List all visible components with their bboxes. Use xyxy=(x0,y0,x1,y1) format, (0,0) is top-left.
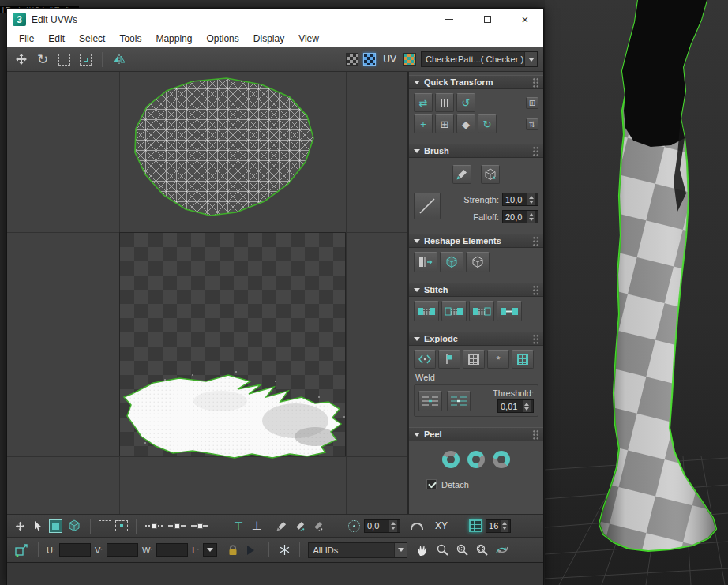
menu-select[interactable]: Select xyxy=(72,32,112,46)
show-map-active-icon[interactable] xyxy=(363,53,376,66)
align-element-button[interactable]: ⊞ xyxy=(435,114,454,133)
arc-mode-icon[interactable] xyxy=(411,523,423,530)
align-pivot-button[interactable]: + xyxy=(414,114,433,133)
move-tool-icon[interactable] xyxy=(13,51,30,68)
soft-brush-icon[interactable] xyxy=(274,517,288,534)
uv-island-wireframe[interactable] xyxy=(110,73,323,225)
flatten-angle-button[interactable] xyxy=(414,350,436,369)
explode-star-button[interactable]: * xyxy=(487,350,509,369)
titlebar[interactable]: 3 Edit UVWs × xyxy=(7,9,543,30)
freeze-icon[interactable] xyxy=(277,542,291,559)
show-grid-icon[interactable] xyxy=(346,53,358,66)
uv-space-label[interactable]: UV xyxy=(381,54,399,65)
peel-mode-button[interactable] xyxy=(467,451,485,468)
detach-checkbox[interactable] xyxy=(426,479,437,489)
move-subobject-icon[interactable] xyxy=(13,517,27,534)
spinner[interactable] xyxy=(501,520,508,532)
element-mode-icon[interactable] xyxy=(66,517,82,534)
quick-peel-button[interactable] xyxy=(442,451,460,468)
rotate-angle-field[interactable]: 0,0 xyxy=(364,519,400,533)
pelt-map-button[interactable] xyxy=(493,451,510,468)
lock-aspect-toggle[interactable] xyxy=(203,543,217,557)
zoom-icon[interactable] xyxy=(434,542,450,559)
relax-until-flat-button[interactable] xyxy=(440,252,463,272)
peel-header[interactable]: Peel xyxy=(409,427,543,441)
panel-grip-icon[interactable] xyxy=(532,146,539,156)
filter-faces-icon[interactable] xyxy=(244,542,257,559)
spinner[interactable] xyxy=(527,193,535,205)
relax-brush-button[interactable] xyxy=(481,165,500,184)
rotate-dial-icon[interactable] xyxy=(348,520,360,532)
weld-all-button[interactable] xyxy=(447,391,471,411)
close-button[interactable]: × xyxy=(519,13,531,26)
menu-options[interactable]: Options xyxy=(199,32,246,46)
panel-grip-icon[interactable] xyxy=(532,236,539,246)
axis-label[interactable]: XY xyxy=(435,521,448,531)
brush-header[interactable]: Brush xyxy=(409,144,543,158)
maximize-button[interactable] xyxy=(481,13,493,26)
strength-field[interactable]: 10,0 xyxy=(502,193,538,206)
absolute-mode-icon[interactable] xyxy=(13,542,30,559)
rotate-ccw-button[interactable]: ↺ xyxy=(456,93,475,112)
stitch-source-button[interactable] xyxy=(441,301,467,321)
paint-move-brush-button[interactable] xyxy=(452,165,471,184)
explode-header[interactable]: Explode xyxy=(409,332,543,346)
align-horizontal-button[interactable]: ⇄ xyxy=(414,93,433,112)
zoom-extents-icon[interactable] xyxy=(474,542,490,559)
grid-size-field[interactable]: 16 xyxy=(486,519,511,533)
spinner[interactable] xyxy=(523,400,531,412)
flatten-polygons-button[interactable] xyxy=(512,350,534,369)
brush-options-icon[interactable] xyxy=(310,517,325,534)
menu-edit[interactable]: Edit xyxy=(41,32,72,46)
threshold-field[interactable]: 0,01 xyxy=(497,399,534,413)
pan-zoom-arrows-icon[interactable] xyxy=(493,542,511,559)
quick-transform-header[interactable]: Quick Transform xyxy=(409,75,543,89)
texture-list-dropdown[interactable]: CheckerPatt...( Checker ) xyxy=(421,51,538,67)
panel-grip-icon[interactable] xyxy=(532,285,539,295)
reshape-header[interactable]: Reshape Elements xyxy=(409,234,543,248)
snap-center-icon[interactable]: ⊤ xyxy=(231,517,246,534)
lock-selection-icon[interactable] xyxy=(226,542,240,559)
uv-island-texture[interactable] xyxy=(118,342,355,460)
edge-distortion-area-icon[interactable] xyxy=(190,519,209,532)
falloff-field[interactable]: 20,0 xyxy=(502,210,538,223)
space-vertical-button[interactable] xyxy=(435,93,454,112)
straighten-selection-button[interactable] xyxy=(414,252,437,272)
snap-perpendicular-icon[interactable]: ⊥ xyxy=(250,517,264,534)
w-field[interactable] xyxy=(156,543,188,557)
minimize-button[interactable] xyxy=(443,13,456,26)
grid-snap-active-icon[interactable] xyxy=(469,519,482,532)
linear-align-button[interactable]: ◆ xyxy=(456,114,475,133)
texture-dropdown-arrow[interactable] xyxy=(524,52,537,66)
viewport-3d[interactable] xyxy=(545,0,728,585)
panel-grip-icon[interactable] xyxy=(532,429,539,440)
v-field[interactable] xyxy=(107,543,138,557)
face-subobject-active-button[interactable] xyxy=(49,519,62,533)
rotate-tool-icon[interactable]: ↻ xyxy=(34,51,51,68)
freeform-mode-icon[interactable] xyxy=(55,51,73,68)
rectangular-select-icon[interactable] xyxy=(99,520,111,531)
mirror-tool-icon[interactable] xyxy=(111,51,128,68)
edge-distortion-angle-icon[interactable] xyxy=(167,519,186,532)
pan-hand-icon[interactable] xyxy=(415,542,430,559)
align-grid-button[interactable]: ⊞ xyxy=(526,97,538,109)
flatten-smoothing-button[interactable] xyxy=(463,350,485,369)
stitch-target-button[interactable] xyxy=(497,301,522,321)
rotate-cw-button[interactable]: ↻ xyxy=(478,114,497,133)
menu-mapping[interactable]: Mapping xyxy=(148,32,199,46)
stitch-custom-button[interactable] xyxy=(414,301,439,321)
menu-tools[interactable]: Tools xyxy=(112,32,148,46)
material-id-dropdown[interactable]: All IDs xyxy=(308,542,407,558)
paint-select-icon[interactable] xyxy=(115,520,128,531)
falloff-curve-button[interactable] xyxy=(414,193,441,219)
material-id-arrow[interactable] xyxy=(394,543,407,557)
spinner[interactable] xyxy=(527,211,535,223)
space-swap-button[interactable]: ⇅ xyxy=(526,118,538,130)
panel-grip-icon[interactable] xyxy=(532,334,539,344)
spinner[interactable] xyxy=(389,520,397,532)
menu-view[interactable]: View xyxy=(291,32,326,46)
menu-display[interactable]: Display xyxy=(246,32,291,46)
select-cursor-icon[interactable] xyxy=(31,517,45,534)
break-button[interactable] xyxy=(438,350,460,369)
weld-selected-button[interactable] xyxy=(418,391,442,411)
